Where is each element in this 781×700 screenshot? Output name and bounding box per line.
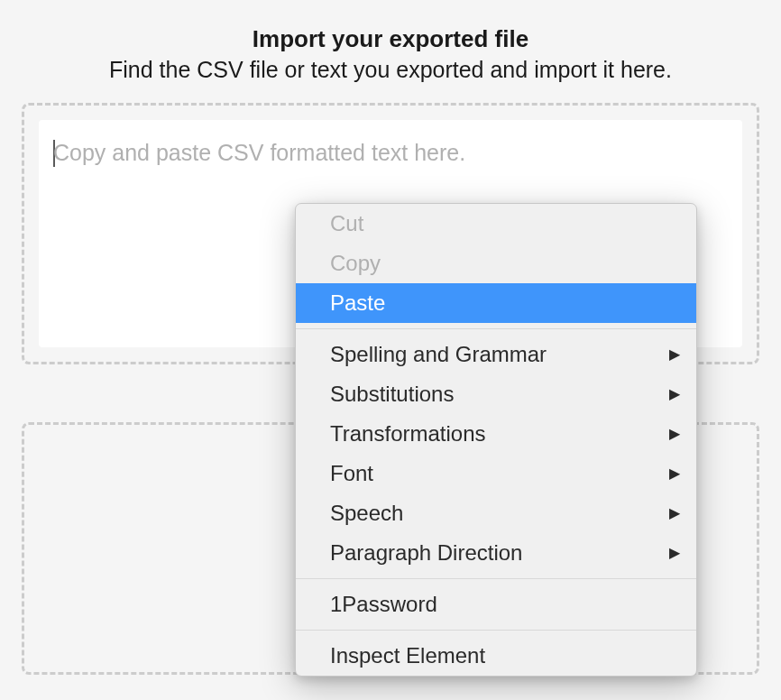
- chevron-right-icon: ▶: [669, 423, 680, 445]
- menu-item-label: Paste: [330, 287, 385, 319]
- context-menu: Cut Copy Paste Spelling and Grammar ▶ Su…: [295, 203, 697, 677]
- chevron-right-icon: ▶: [669, 383, 680, 405]
- textarea-placeholder: Copy and paste CSV formatted text here.: [53, 140, 728, 166]
- chevron-right-icon: ▶: [669, 502, 680, 524]
- menu-item-1password[interactable]: 1Password: [296, 585, 696, 624]
- menu-item-label: Transformations: [330, 418, 486, 450]
- menu-item-cut: Cut: [296, 204, 696, 244]
- menu-item-transformations[interactable]: Transformations ▶: [296, 414, 696, 454]
- menu-item-paragraph-direction[interactable]: Paragraph Direction ▶: [296, 533, 696, 573]
- menu-item-paste[interactable]: Paste: [296, 283, 696, 323]
- menu-item-speech[interactable]: Speech ▶: [296, 493, 696, 533]
- page-title: Import your exported file: [0, 25, 781, 53]
- menu-item-label: 1Password: [330, 588, 437, 621]
- menu-item-label: Font: [330, 457, 373, 490]
- chevron-right-icon: ▶: [669, 542, 680, 564]
- menu-item-label: Spelling and Grammar: [330, 338, 547, 371]
- menu-item-label: Paragraph Direction: [330, 537, 522, 569]
- chevron-right-icon: ▶: [669, 344, 680, 365]
- import-header: Import your exported file Find the CSV f…: [0, 0, 781, 83]
- menu-item-label: Cut: [330, 207, 363, 240]
- menu-separator: [296, 630, 696, 631]
- menu-item-label: Copy: [330, 247, 381, 280]
- menu-item-spelling[interactable]: Spelling and Grammar ▶: [296, 335, 696, 374]
- menu-separator: [296, 578, 696, 579]
- page-subtitle: Find the CSV file or text you exported a…: [0, 57, 781, 83]
- menu-item-copy: Copy: [296, 244, 696, 283]
- menu-item-label: Speech: [330, 497, 403, 530]
- menu-item-font[interactable]: Font ▶: [296, 454, 696, 493]
- menu-separator: [296, 328, 696, 329]
- menu-item-substitutions[interactable]: Substitutions ▶: [296, 374, 696, 414]
- chevron-right-icon: ▶: [669, 463, 680, 484]
- menu-item-inspect-element[interactable]: Inspect Element: [296, 636, 696, 676]
- menu-item-label: Inspect Element: [330, 640, 485, 672]
- menu-item-label: Substitutions: [330, 378, 454, 410]
